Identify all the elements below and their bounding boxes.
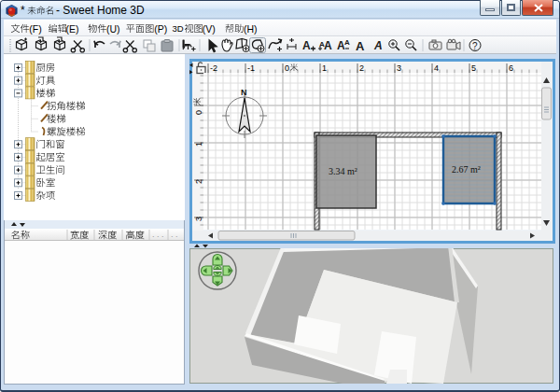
svg-text:N: N [241, 88, 247, 97]
svg-text:3: 3 [194, 217, 203, 221]
svg-text:2.67 m²: 2.67 m² [452, 164, 481, 175]
svg-text:1: 1 [322, 63, 327, 73]
svg-text:5: 5 [471, 63, 476, 73]
svg-text:A: A [324, 39, 332, 52]
svg-text:2: 2 [194, 179, 203, 184]
svg-text:-2: -2 [210, 63, 217, 73]
svg-text:?: ? [472, 41, 478, 51]
svg-text:A: A [356, 39, 365, 53]
svg-text:-1: -1 [247, 63, 255, 73]
svg-text:1: 1 [194, 142, 203, 147]
svg-text:6: 6 [509, 63, 513, 73]
svg-text:A: A [373, 39, 383, 52]
svg-text:4: 4 [434, 63, 439, 73]
svg-text:A: A [344, 38, 350, 47]
svg-text:0: 0 [194, 110, 203, 115]
svg-text:2: 2 [359, 63, 364, 73]
svg-text:3.34 m²: 3.34 m² [329, 166, 357, 176]
svg-text:0: 0 [285, 63, 289, 73]
svg-text:A: A [302, 39, 311, 52]
svg-text:3: 3 [397, 63, 401, 73]
